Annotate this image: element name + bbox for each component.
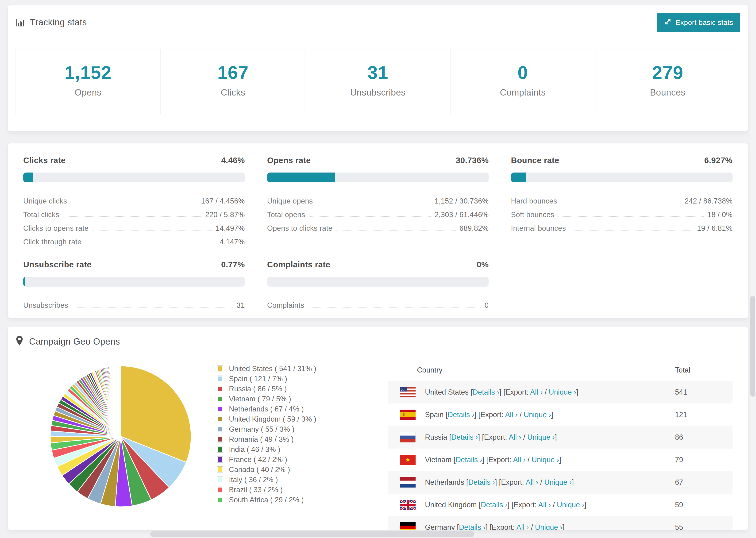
export-unique-link[interactable]: Unique ›: [527, 433, 555, 441]
rate-row-label: Unsubscribes: [23, 301, 68, 310]
rate-row: Unsubscribes 31: [23, 296, 245, 310]
rate-title: Clicks rate: [23, 156, 66, 165]
export-all-link[interactable]: All ›: [526, 478, 538, 486]
legend-swatch: [217, 497, 223, 503]
legend-swatch: [217, 416, 223, 422]
legend-swatch: [217, 466, 223, 473]
rate-row-label: Opens to clicks rate: [267, 224, 333, 233]
page: Tracking stats Export basic stats 1,152 …: [8, 5, 748, 530]
country-name: Vietnam: [425, 456, 452, 464]
export-all-link[interactable]: All ›: [509, 433, 521, 441]
details-link[interactable]: Details ›: [468, 478, 495, 486]
export-all-link[interactable]: All ›: [516, 523, 529, 530]
legend-item: Spain ( 121 / 7% ): [217, 374, 349, 384]
rate-title: Complaints rate: [267, 260, 330, 269]
details-link[interactable]: Details ›: [456, 456, 482, 464]
dotted-leader: [569, 230, 693, 231]
legend-label: Brazil ( 33 / 2% ): [229, 486, 283, 494]
legend-label: Vietnam ( 79 / 5% ): [229, 395, 291, 403]
table-row: Vietnam [Details ›] [Export: All › / Uni…: [388, 449, 732, 471]
table-row: Spain [Details ›] [Export: All › / Uniqu…: [388, 404, 732, 426]
dotted-leader: [558, 216, 704, 217]
progress-bar: [511, 173, 732, 183]
export-unique-link[interactable]: Unique ›: [523, 410, 551, 419]
rate-row: Unique opens 1,152 / 30.736%: [267, 192, 489, 205]
rates-grid: Clicks rate 4.46% Unique clicks 167 / 4.…: [23, 156, 732, 310]
dotted-leader: [92, 230, 212, 231]
dotted-leader: [63, 216, 201, 217]
legend-item: United Kingdom ( 59 / 3% ): [217, 414, 349, 424]
tracking-stats-title-row: Tracking stats: [16, 17, 87, 27]
rate-row: Opens to clicks rate 689.82%: [267, 219, 489, 233]
rate-row-value: 1,152 / 30.736%: [435, 197, 489, 205]
legend-swatch: [217, 365, 223, 372]
rate-panel: Clicks rate 4.46% Unique clicks 167 / 4.…: [23, 156, 245, 246]
legend-swatch: [217, 376, 223, 382]
legend-item: Vietnam ( 79 / 5% ): [217, 394, 349, 404]
rate-panel: Unsubscribe rate 0.77% Unsubscribes 31: [23, 260, 245, 310]
es-flag-icon: [400, 409, 415, 420]
export-basic-stats-button[interactable]: Export basic stats: [657, 13, 740, 32]
details-link[interactable]: Details ›: [473, 388, 499, 396]
export-unique-link[interactable]: Unique ›: [535, 523, 563, 530]
export-unique-link[interactable]: Unique ›: [549, 388, 576, 396]
progress-fill: [511, 173, 526, 183]
rate-row-label: Unique opens: [267, 197, 313, 205]
legend-swatch: [217, 487, 223, 493]
progress-bar: [23, 277, 245, 287]
country-name: Russia: [425, 433, 447, 441]
vertical-scrollbar-track[interactable]: [749, 0, 756, 538]
rate-row-value: 14.497%: [216, 224, 244, 233]
dotted-leader: [561, 203, 681, 203]
stat-label: Unsubscribes: [350, 87, 405, 98]
tracking-stats-header: Tracking stats Export basic stats: [8, 5, 748, 39]
legend-swatch: [217, 406, 223, 412]
rate-row-value: 4.147%: [220, 238, 245, 246]
export-unique-link[interactable]: Unique ›: [544, 478, 572, 486]
total-value: 121: [675, 410, 732, 419]
rate-row-value: 220 / 5.87%: [205, 211, 245, 219]
country-name: Spain: [425, 410, 444, 419]
export-all-link[interactable]: All ›: [505, 410, 517, 419]
export-all-link[interactable]: All ›: [513, 456, 525, 464]
legend-swatch: [217, 396, 223, 402]
legend-item: Romania ( 49 / 3% ): [217, 434, 349, 444]
geo-table-header: Country Total: [388, 359, 732, 381]
rate-row: Unique clicks 167 / 4.456%: [23, 192, 245, 205]
details-link[interactable]: Details ›: [448, 410, 474, 419]
rate-title: Opens rate: [267, 156, 311, 165]
vertical-scrollbar-thumb[interactable]: [750, 296, 755, 397]
map-pin-icon: [16, 336, 24, 348]
stat-label: Bounces: [650, 87, 685, 98]
vn-flag-icon: [400, 455, 415, 465]
stat-box-clicks: 167 Clicks: [160, 49, 305, 114]
export-unique-link[interactable]: Unique ›: [531, 456, 559, 464]
rate-value: 0%: [477, 260, 489, 269]
legend-label: Spain ( 121 / 7% ): [229, 375, 287, 383]
details-link[interactable]: Details ›: [459, 523, 486, 530]
ru-flag-icon: [400, 432, 415, 443]
geo-table: Country Total United States [Details ›] …: [388, 359, 732, 530]
details-link[interactable]: Details ›: [481, 501, 508, 509]
legend-swatch: [217, 436, 223, 443]
progress-bar: [267, 277, 489, 287]
details-link[interactable]: Details ›: [451, 433, 478, 441]
dotted-leader: [336, 230, 456, 231]
stat-value: 31: [367, 62, 388, 83]
country-name: Germany: [425, 523, 455, 530]
gb-flag-icon: [400, 500, 415, 510]
dotted-leader: [308, 307, 481, 307]
dotted-leader: [309, 216, 431, 217]
legend-swatch: [217, 446, 223, 453]
horizontal-scrollbar-thumb[interactable]: [150, 531, 474, 537]
dotted-leader: [71, 203, 197, 203]
rate-row-label: Click through rate: [23, 238, 81, 246]
rate-row-label: Complaints: [267, 301, 304, 310]
rate-row: Click through rate 4.147%: [23, 233, 245, 246]
geo-body: United States ( 541 / 31% ) Spain ( 121 …: [8, 355, 748, 530]
export-all-link[interactable]: All ›: [538, 501, 551, 509]
stat-box-opens: 1,152 Opens: [16, 49, 161, 114]
export-all-link[interactable]: All ›: [530, 388, 543, 396]
export-unique-link[interactable]: Unique ›: [557, 501, 584, 509]
progress-fill: [23, 173, 33, 183]
